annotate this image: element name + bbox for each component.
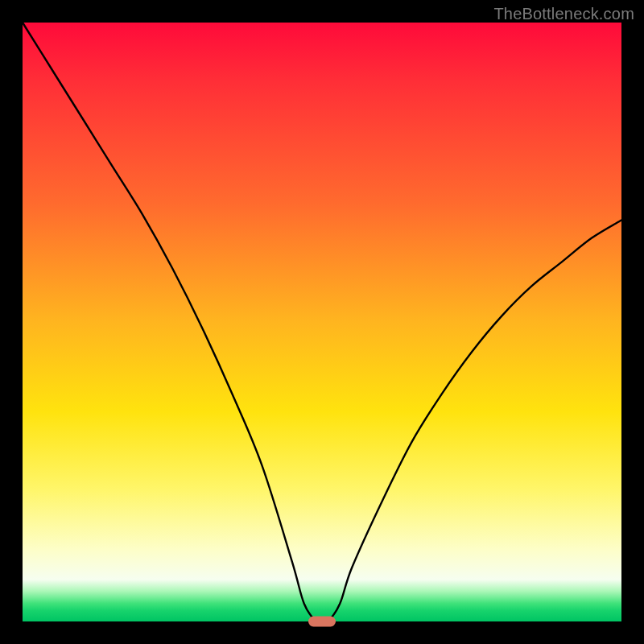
plot-area: [23, 23, 621, 621]
watermark-text: TheBottleneck.com: [493, 5, 634, 23]
bottleneck-curve: [23, 23, 621, 621]
optimum-marker: [308, 617, 336, 627]
curve-path: [23, 23, 621, 623]
chart-frame: TheBottleneck.com: [0, 0, 644, 644]
